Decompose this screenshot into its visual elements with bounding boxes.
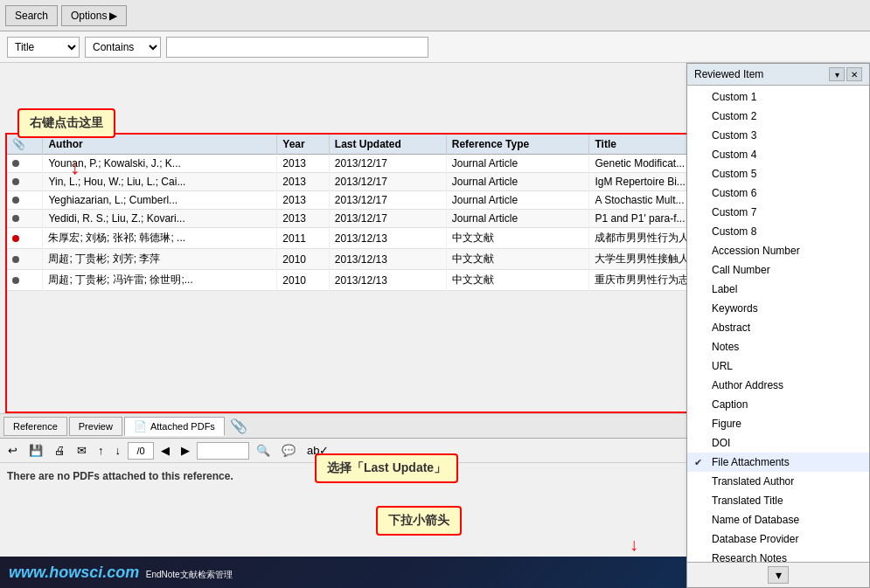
col-header-lastupdated[interactable]: Last Updated: [329, 135, 446, 155]
options-arrow-icon: ▶: [109, 10, 117, 22]
watermark-main: www.howsci.com EndNote文献检索管理: [9, 564, 233, 582]
dropdown-scroll-down-btn[interactable]: ▾: [768, 566, 789, 584]
dropdown-header-label: Reviewed Item: [694, 68, 763, 80]
row-lastupdated: 2013/12/13: [329, 249, 446, 270]
dropdown-header: Reviewed Item ▾ ✕: [687, 64, 869, 86]
dropdown-item[interactable]: Call Number: [687, 260, 869, 280]
dropdown-item[interactable]: Custom 5: [687, 164, 869, 183]
row-lastupdated: 2013/12/17: [329, 210, 446, 228]
tab-preview[interactable]: Preview: [69, 417, 122, 436]
search-query-input[interactable]: HIV: [166, 37, 428, 58]
dropdown-header-buttons: ▾ ✕: [829, 67, 862, 81]
row-lastupdated: 2013/12/13: [329, 270, 446, 291]
dropdown-item[interactable]: ✔ File Attachments: [687, 453, 869, 472]
tab-reference[interactable]: Reference: [3, 417, 67, 436]
search-condition-select[interactable]: Contains Is Is not Starts with: [85, 37, 161, 58]
dropdown-item-label: Research Notes: [712, 552, 787, 562]
row-year: 2013: [277, 191, 330, 210]
row-year: 2013: [277, 173, 330, 191]
col-header-reftype[interactable]: Reference Type: [446, 135, 589, 155]
dropdown-item[interactable]: Custom 7: [687, 203, 869, 222]
row-author: 朱厚宏; 刘杨; 张祁; 韩德琳; ...: [43, 228, 277, 249]
dropdown-panel: Reviewed Item ▾ ✕ Custom 1 Custom 2 Cust…: [686, 63, 870, 588]
dropdown-item[interactable]: Custom 1: [687, 87, 869, 107]
dropdown-item[interactable]: Custom 6: [687, 183, 869, 203]
dropdown-item[interactable]: Research Notes: [687, 549, 869, 562]
row-reftype: Journal Article: [446, 191, 589, 210]
dropdown-item-label: Custom 8: [712, 225, 756, 238]
row-dot: [7, 191, 43, 210]
row-year: 2013: [277, 155, 330, 173]
dropdown-item[interactable]: Database Provider: [687, 529, 869, 549]
dropdown-item-label: Custom 4: [712, 149, 756, 161]
pdf-page-input[interactable]: [128, 442, 154, 460]
dropdown-item-label: Translated Title: [712, 495, 783, 507]
pdf-down-btn[interactable]: ↓: [111, 442, 126, 459]
main-toolbar: Search Options ▶: [0, 0, 870, 31]
dropdown-item[interactable]: Accession Number: [687, 241, 869, 260]
dropdown-item-label: Custom 2: [712, 110, 756, 122]
annotation-right-click: 右键点击这里: [17, 108, 115, 138]
dropdown-item-label: Keywords: [712, 302, 758, 315]
row-dot: [7, 210, 43, 228]
dropdown-item[interactable]: Custom 2: [687, 107, 869, 126]
row-dot: [7, 228, 43, 249]
row-lastupdated: 2013/12/17: [329, 155, 446, 173]
row-lastupdated: 2013/12/17: [329, 191, 446, 210]
pdf-mail-btn[interactable]: ✉: [73, 442, 91, 459]
pdf-no-content-message: There are no PDFs attached to this refer…: [7, 470, 233, 482]
pdf-back-btn[interactable]: ↩: [3, 442, 22, 459]
dropdown-item-label: Custom 3: [712, 129, 756, 142]
pdf-print-btn[interactable]: 🖨: [50, 442, 70, 459]
attachment-clip-icon[interactable]: 📎: [230, 418, 247, 434]
dropdown-item[interactable]: Translated Title: [687, 491, 869, 510]
col-header-year[interactable]: Year: [277, 135, 330, 155]
dropdown-item-label: Custom 6: [712, 187, 756, 199]
pdf-next-btn[interactable]: ▶: [177, 442, 194, 459]
row-author: 周超; 丁贵彬; 刘芳; 李萍: [43, 249, 277, 270]
dropdown-item[interactable]: URL: [687, 356, 869, 376]
dropdown-item[interactable]: Keywords: [687, 299, 869, 318]
dropdown-item[interactable]: Figure: [687, 414, 869, 433]
dropdown-item-label: URL: [712, 360, 733, 372]
dropdown-item[interactable]: Custom 4: [687, 145, 869, 164]
row-dot: [7, 270, 43, 291]
dropdown-item-label: DOI: [712, 437, 730, 449]
dropdown-item[interactable]: Notes: [687, 337, 869, 356]
dropdown-item-label: Notes: [712, 341, 739, 353]
search-field-select[interactable]: Title Author Year Keywords Abstract: [7, 37, 80, 58]
dropdown-item[interactable]: Author Address: [687, 376, 869, 395]
dropdown-collapse-btn[interactable]: ▾: [829, 67, 845, 81]
dropdown-item[interactable]: Name of Database: [687, 510, 869, 529]
options-label: Options: [71, 10, 107, 22]
row-reftype: Journal Article: [446, 210, 589, 228]
watermark-url: www.howsci.com: [9, 564, 139, 581]
dropdown-item-label: Custom 7: [712, 206, 756, 218]
row-dot: [7, 173, 43, 191]
search-button[interactable]: Search: [5, 5, 58, 26]
dropdown-item-label: Translated Author: [712, 475, 794, 488]
row-reftype: 中文文献: [446, 228, 589, 249]
dropdown-item[interactable]: Abstract: [687, 318, 869, 337]
dropdown-close-btn[interactable]: ✕: [846, 67, 862, 81]
row-author: Yedidi, R. S.; Liu, Z.; Kovari...: [43, 210, 277, 228]
pdf-zoom-btn[interactable]: 🔍: [252, 442, 275, 459]
dropdown-item[interactable]: Custom 8: [687, 222, 869, 241]
row-reftype: Journal Article: [446, 173, 589, 191]
pdf-comment-btn[interactable]: 💬: [277, 442, 300, 459]
pdf-up-btn[interactable]: ↑: [94, 442, 108, 459]
dropdown-item[interactable]: Translated Author: [687, 472, 869, 491]
pdf-save-btn[interactable]: 💾: [24, 442, 47, 459]
row-author: 周超; 丁贵彬; 冯许雷; 徐世明;...: [43, 270, 277, 291]
dropdown-item[interactable]: Custom 3: [687, 126, 869, 145]
options-button[interactable]: Options ▶: [61, 5, 127, 26]
dropdown-item[interactable]: DOI: [687, 433, 869, 453]
search-row: Title Author Year Keywords Abstract Cont…: [0, 31, 870, 63]
dropdown-item[interactable]: Caption: [687, 395, 869, 414]
dropdown-item-label: Database Provider: [712, 533, 798, 545]
dropdown-item[interactable]: Label: [687, 280, 869, 299]
pdf-prev-btn[interactable]: ◀: [157, 442, 174, 459]
row-dot: [7, 249, 43, 270]
tab-attached-pdfs[interactable]: 📄 Attached PDFs: [124, 417, 225, 436]
row-year: 2013: [277, 210, 330, 228]
